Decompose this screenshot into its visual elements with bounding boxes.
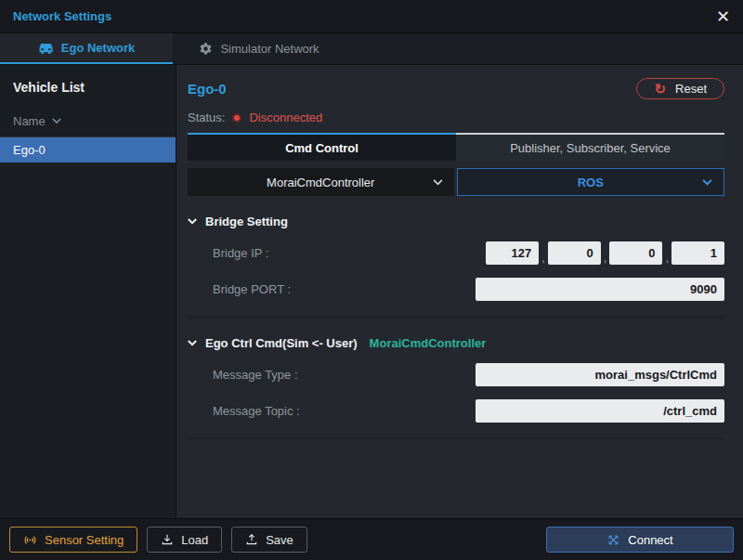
- ip-separator: ,: [541, 251, 545, 265]
- chevron-down-icon: [702, 179, 712, 186]
- subtab-cmd-control[interactable]: Cmd Control: [188, 133, 456, 161]
- select-row: MoraiCmdController ROS: [188, 168, 724, 196]
- close-icon[interactable]: ✕: [716, 8, 730, 25]
- controller-dropdown[interactable]: MoraiCmdController: [188, 168, 454, 196]
- save-label: Save: [266, 533, 293, 547]
- main-header: Ego-0 ↻ Reset: [188, 78, 724, 99]
- tab-label: Simulator Network: [220, 42, 319, 56]
- message-type-row: Message Type :: [213, 362, 724, 386]
- ctrl-controller-name: MoraiCmdController: [370, 336, 487, 350]
- collapse-chevron-icon: [188, 340, 197, 346]
- bridge-ip-octet-1[interactable]: [486, 241, 539, 265]
- download-icon: [161, 533, 174, 546]
- section-divider: [188, 317, 724, 318]
- titlebar: Network Settings ✕: [0, 0, 743, 33]
- ip-separator: ,: [665, 251, 669, 265]
- footer-bar: Sensor Setting Load Save Connect: [0, 518, 743, 560]
- nav-tabbar: Ego Network Simulator Network: [0, 33, 743, 65]
- bridge-ip-group: , , ,: [486, 241, 724, 265]
- bridge-ip-octet-3[interactable]: [609, 241, 662, 265]
- ctrl-section-title: Ego Ctrl Cmd(Sim <- User): [205, 336, 358, 350]
- message-topic-input[interactable]: [476, 399, 724, 423]
- collapse-chevron-icon: [188, 218, 197, 225]
- tab-ego-network[interactable]: Ego Network: [0, 33, 173, 64]
- reset-button[interactable]: ↻ Reset: [636, 78, 724, 99]
- upload-icon: [245, 533, 258, 546]
- car-icon: [38, 42, 54, 55]
- subtab-bar: Cmd Control Publisher, Subscriber, Servi…: [188, 133, 724, 161]
- bridge-port-input[interactable]: [476, 278, 724, 301]
- bridge-section-title: Bridge Setting: [205, 215, 288, 228]
- sensor-setting-label: Sensor Setting: [45, 533, 124, 547]
- subtab-publisher-subscriber-service[interactable]: Publisher, Subscriber, Service: [456, 133, 724, 161]
- signal-icon: [23, 533, 37, 547]
- status-dot-icon: [232, 113, 241, 123]
- bridge-ip-octet-4[interactable]: [671, 241, 724, 265]
- bridge-ip-row: Bridge IP : , , ,: [213, 241, 724, 265]
- vehicle-list-title: Vehicle List: [0, 65, 176, 106]
- chevron-down-icon: [433, 179, 443, 186]
- connect-button[interactable]: Connect: [546, 527, 734, 553]
- ego-ctrl-cmd-section: Ego Ctrl Cmd(Sim <- User) MoraiCmdContro…: [188, 336, 724, 423]
- name-column-header[interactable]: Name: [0, 106, 176, 137]
- network-settings-window: Network Settings ✕ Ego Network Simulator…: [0, 0, 743, 560]
- status-row: Status: Disconnected: [188, 111, 724, 133]
- tab-simulator-network[interactable]: Simulator Network: [173, 33, 345, 64]
- message-type-label: Message Type :: [213, 368, 298, 382]
- bridge-ip-label: Bridge IP :: [213, 246, 268, 260]
- load-label: Load: [181, 533, 208, 547]
- protocol-dropdown-value: ROS: [578, 176, 604, 189]
- window-title: Network Settings: [13, 9, 111, 23]
- reset-label: Reset: [675, 82, 707, 96]
- section-divider: [188, 438, 724, 439]
- main-panel: Ego-0 ↻ Reset Status: Disconnected Cmd C…: [176, 65, 743, 518]
- vehicle-list-sidebar: Vehicle List Name Ego-0: [0, 65, 176, 518]
- controller-dropdown-value: MoraiCmdController: [267, 176, 374, 189]
- bridge-port-row: Bridge PORT :: [213, 277, 724, 301]
- name-header-label: Name: [13, 114, 46, 128]
- tab-label: Ego Network: [61, 41, 135, 55]
- message-topic-row: Message Topic :: [213, 398, 724, 423]
- message-topic-label: Message Topic :: [213, 404, 300, 418]
- message-type-input[interactable]: [476, 363, 724, 386]
- load-button[interactable]: Load: [147, 527, 222, 553]
- protocol-dropdown[interactable]: ROS: [457, 168, 725, 196]
- status-label: Status:: [188, 111, 225, 124]
- gear-icon: [199, 42, 213, 56]
- connect-label: Connect: [628, 533, 672, 547]
- ip-separator: ,: [604, 251, 607, 265]
- save-button[interactable]: Save: [231, 527, 307, 553]
- vehicle-title: Ego-0: [188, 81, 227, 97]
- status-value: Disconnected: [249, 111, 322, 124]
- vehicle-row-ego-0[interactable]: Ego-0: [0, 137, 176, 163]
- bridge-setting-section: Bridge Setting Bridge IP : , , , B: [188, 215, 724, 301]
- chevron-down-icon: [52, 118, 61, 124]
- bridge-port-label: Bridge PORT :: [213, 282, 291, 296]
- connect-arrows-icon: [606, 533, 620, 547]
- content-area: Vehicle List Name Ego-0 Ego-0 ↻ Reset St…: [0, 65, 743, 518]
- reset-icon: ↻: [654, 82, 666, 96]
- ctrl-section-header[interactable]: Ego Ctrl Cmd(Sim <- User) MoraiCmdContro…: [188, 336, 724, 350]
- bridge-section-header[interactable]: Bridge Setting: [188, 215, 724, 228]
- bridge-ip-octet-2[interactable]: [548, 241, 601, 265]
- sensor-setting-button[interactable]: Sensor Setting: [9, 527, 137, 553]
